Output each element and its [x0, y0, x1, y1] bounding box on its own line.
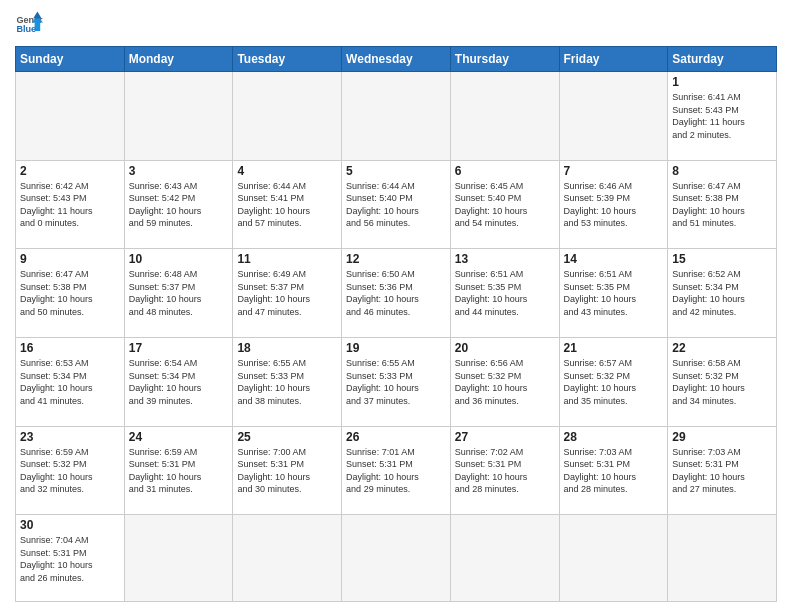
weekday-header-thursday: Thursday: [450, 47, 559, 72]
day-number: 15: [672, 252, 772, 266]
calendar-cell: 17Sunrise: 6:54 AM Sunset: 5:34 PM Dayli…: [124, 337, 233, 426]
day-info: Sunrise: 6:57 AM Sunset: 5:32 PM Dayligh…: [564, 357, 664, 407]
calendar-cell: [233, 515, 342, 602]
day-number: 25: [237, 430, 337, 444]
calendar-cell: [559, 72, 668, 161]
day-number: 5: [346, 164, 446, 178]
calendar-cell: [342, 72, 451, 161]
weekday-header-row: SundayMondayTuesdayWednesdayThursdayFrid…: [16, 47, 777, 72]
day-number: 18: [237, 341, 337, 355]
day-number: 10: [129, 252, 229, 266]
day-info: Sunrise: 6:44 AM Sunset: 5:40 PM Dayligh…: [346, 180, 446, 230]
calendar-cell: 14Sunrise: 6:51 AM Sunset: 5:35 PM Dayli…: [559, 249, 668, 338]
day-info: Sunrise: 6:59 AM Sunset: 5:32 PM Dayligh…: [20, 446, 120, 496]
calendar-cell: 11Sunrise: 6:49 AM Sunset: 5:37 PM Dayli…: [233, 249, 342, 338]
day-number: 2: [20, 164, 120, 178]
day-info: Sunrise: 6:52 AM Sunset: 5:34 PM Dayligh…: [672, 268, 772, 318]
calendar-cell: 1Sunrise: 6:41 AM Sunset: 5:43 PM Daylig…: [668, 72, 777, 161]
day-number: 14: [564, 252, 664, 266]
header: General Blue: [15, 10, 777, 38]
day-number: 20: [455, 341, 555, 355]
day-number: 28: [564, 430, 664, 444]
calendar-table: SundayMondayTuesdayWednesdayThursdayFrid…: [15, 46, 777, 602]
calendar-cell: 4Sunrise: 6:44 AM Sunset: 5:41 PM Daylig…: [233, 160, 342, 249]
calendar-cell: 9Sunrise: 6:47 AM Sunset: 5:38 PM Daylig…: [16, 249, 125, 338]
calendar-cell: 24Sunrise: 6:59 AM Sunset: 5:31 PM Dayli…: [124, 426, 233, 515]
weekday-header-sunday: Sunday: [16, 47, 125, 72]
day-info: Sunrise: 6:41 AM Sunset: 5:43 PM Dayligh…: [672, 91, 772, 141]
calendar-cell: 19Sunrise: 6:55 AM Sunset: 5:33 PM Dayli…: [342, 337, 451, 426]
calendar-cell: 5Sunrise: 6:44 AM Sunset: 5:40 PM Daylig…: [342, 160, 451, 249]
day-number: 17: [129, 341, 229, 355]
generalblue-logo-icon: General Blue: [15, 10, 43, 38]
calendar-cell: [233, 72, 342, 161]
day-info: Sunrise: 6:47 AM Sunset: 5:38 PM Dayligh…: [672, 180, 772, 230]
calendar-cell: [16, 72, 125, 161]
day-info: Sunrise: 6:49 AM Sunset: 5:37 PM Dayligh…: [237, 268, 337, 318]
page: General Blue SundayMondayTuesdayWednesda…: [0, 0, 792, 612]
day-info: Sunrise: 6:54 AM Sunset: 5:34 PM Dayligh…: [129, 357, 229, 407]
day-info: Sunrise: 6:44 AM Sunset: 5:41 PM Dayligh…: [237, 180, 337, 230]
day-info: Sunrise: 7:03 AM Sunset: 5:31 PM Dayligh…: [672, 446, 772, 496]
day-info: Sunrise: 6:51 AM Sunset: 5:35 PM Dayligh…: [564, 268, 664, 318]
day-number: 8: [672, 164, 772, 178]
day-number: 24: [129, 430, 229, 444]
calendar-cell: 22Sunrise: 6:58 AM Sunset: 5:32 PM Dayli…: [668, 337, 777, 426]
day-number: 26: [346, 430, 446, 444]
day-info: Sunrise: 6:58 AM Sunset: 5:32 PM Dayligh…: [672, 357, 772, 407]
calendar-cell: 12Sunrise: 6:50 AM Sunset: 5:36 PM Dayli…: [342, 249, 451, 338]
calendar-cell: [668, 515, 777, 602]
weekday-header-wednesday: Wednesday: [342, 47, 451, 72]
day-number: 4: [237, 164, 337, 178]
calendar-cell: 25Sunrise: 7:00 AM Sunset: 5:31 PM Dayli…: [233, 426, 342, 515]
day-number: 16: [20, 341, 120, 355]
calendar-cell: 13Sunrise: 6:51 AM Sunset: 5:35 PM Dayli…: [450, 249, 559, 338]
calendar-cell: 21Sunrise: 6:57 AM Sunset: 5:32 PM Dayli…: [559, 337, 668, 426]
calendar-cell: 7Sunrise: 6:46 AM Sunset: 5:39 PM Daylig…: [559, 160, 668, 249]
calendar-cell: 27Sunrise: 7:02 AM Sunset: 5:31 PM Dayli…: [450, 426, 559, 515]
calendar-cell: 16Sunrise: 6:53 AM Sunset: 5:34 PM Dayli…: [16, 337, 125, 426]
day-number: 12: [346, 252, 446, 266]
day-number: 30: [20, 518, 120, 532]
calendar-cell: 10Sunrise: 6:48 AM Sunset: 5:37 PM Dayli…: [124, 249, 233, 338]
day-info: Sunrise: 6:59 AM Sunset: 5:31 PM Dayligh…: [129, 446, 229, 496]
day-info: Sunrise: 6:55 AM Sunset: 5:33 PM Dayligh…: [346, 357, 446, 407]
day-info: Sunrise: 7:01 AM Sunset: 5:31 PM Dayligh…: [346, 446, 446, 496]
day-number: 22: [672, 341, 772, 355]
day-info: Sunrise: 6:43 AM Sunset: 5:42 PM Dayligh…: [129, 180, 229, 230]
weekday-header-saturday: Saturday: [668, 47, 777, 72]
day-number: 21: [564, 341, 664, 355]
day-info: Sunrise: 6:53 AM Sunset: 5:34 PM Dayligh…: [20, 357, 120, 407]
logo: General Blue: [15, 10, 43, 38]
day-number: 6: [455, 164, 555, 178]
day-info: Sunrise: 6:46 AM Sunset: 5:39 PM Dayligh…: [564, 180, 664, 230]
calendar-cell: 2Sunrise: 6:42 AM Sunset: 5:43 PM Daylig…: [16, 160, 125, 249]
day-number: 9: [20, 252, 120, 266]
day-info: Sunrise: 6:48 AM Sunset: 5:37 PM Dayligh…: [129, 268, 229, 318]
svg-text:Blue: Blue: [16, 24, 36, 34]
calendar-cell: 28Sunrise: 7:03 AM Sunset: 5:31 PM Dayli…: [559, 426, 668, 515]
day-number: 19: [346, 341, 446, 355]
day-info: Sunrise: 7:04 AM Sunset: 5:31 PM Dayligh…: [20, 534, 120, 584]
calendar-cell: 30Sunrise: 7:04 AM Sunset: 5:31 PM Dayli…: [16, 515, 125, 602]
day-info: Sunrise: 7:02 AM Sunset: 5:31 PM Dayligh…: [455, 446, 555, 496]
calendar-cell: [342, 515, 451, 602]
day-info: Sunrise: 7:03 AM Sunset: 5:31 PM Dayligh…: [564, 446, 664, 496]
weekday-header-tuesday: Tuesday: [233, 47, 342, 72]
day-number: 7: [564, 164, 664, 178]
day-info: Sunrise: 6:56 AM Sunset: 5:32 PM Dayligh…: [455, 357, 555, 407]
day-info: Sunrise: 7:00 AM Sunset: 5:31 PM Dayligh…: [237, 446, 337, 496]
day-number: 23: [20, 430, 120, 444]
calendar-cell: [450, 515, 559, 602]
day-number: 1: [672, 75, 772, 89]
weekday-header-friday: Friday: [559, 47, 668, 72]
calendar-cell: 26Sunrise: 7:01 AM Sunset: 5:31 PM Dayli…: [342, 426, 451, 515]
calendar-cell: 18Sunrise: 6:55 AM Sunset: 5:33 PM Dayli…: [233, 337, 342, 426]
calendar-cell: [450, 72, 559, 161]
calendar-cell: 6Sunrise: 6:45 AM Sunset: 5:40 PM Daylig…: [450, 160, 559, 249]
day-info: Sunrise: 6:45 AM Sunset: 5:40 PM Dayligh…: [455, 180, 555, 230]
calendar-cell: 15Sunrise: 6:52 AM Sunset: 5:34 PM Dayli…: [668, 249, 777, 338]
weekday-header-monday: Monday: [124, 47, 233, 72]
calendar-cell: 29Sunrise: 7:03 AM Sunset: 5:31 PM Dayli…: [668, 426, 777, 515]
day-number: 29: [672, 430, 772, 444]
